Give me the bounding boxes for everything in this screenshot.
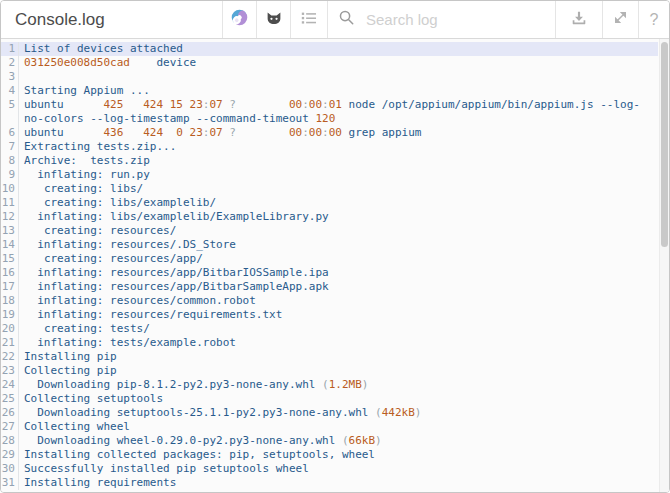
log-line: 4Starting Appium ... xyxy=(1,84,658,98)
download-button[interactable] xyxy=(555,1,602,38)
panel-title: Console.log xyxy=(1,1,222,38)
line-number: 22 xyxy=(1,350,19,364)
log-line-text: creating: libs/ xyxy=(19,182,658,196)
line-number: 17 xyxy=(1,280,19,294)
log-line: 22Installing pip xyxy=(1,350,658,364)
line-number: 13 xyxy=(1,224,19,238)
log-line-text: inflating: resources/common.robot xyxy=(19,294,658,308)
line-number: 6 xyxy=(1,126,19,140)
log-lines: 1List of devices attached2031250e008d50c… xyxy=(1,42,658,490)
log-line: 18 inflating: resources/common.robot xyxy=(1,294,658,308)
appium-filter-button[interactable] xyxy=(222,1,256,38)
log-list-button[interactable] xyxy=(290,1,327,38)
search-input[interactable] xyxy=(364,10,555,29)
log-line: 12 inflating: libs/examplelib/ExampleLib… xyxy=(1,210,658,224)
log-line: 5ubuntu 425 424 15 23:07 ? 00:00:01 node… xyxy=(1,98,658,126)
line-number: 25 xyxy=(1,392,19,406)
log-line-text: Collecting setuptools xyxy=(19,392,658,406)
log-line: 13 creating: resources/ xyxy=(1,224,658,238)
log-viewer[interactable]: 1List of devices attached2031250e008d50c… xyxy=(1,39,669,493)
log-line-text: creating: tests/ xyxy=(19,322,658,336)
log-line-text: Downloading pip-8.1.2-py2.py3-none-any.w… xyxy=(19,378,658,392)
log-line-text: ubuntu 436 424 0 23:07 ? 00:00:00 grep a… xyxy=(19,126,658,140)
log-line-text: Installing pip xyxy=(19,350,658,364)
log-line: 23Collecting pip xyxy=(1,364,658,378)
log-line: 19 inflating: resources/requirements.txt xyxy=(1,308,658,322)
log-line: 25Collecting setuptools xyxy=(1,392,658,406)
expand-button[interactable] xyxy=(602,1,638,38)
line-number: 23 xyxy=(1,364,19,378)
log-line: 8Archive: tests.zip xyxy=(1,154,658,168)
line-number: 15 xyxy=(1,252,19,266)
line-number: 12 xyxy=(1,210,19,224)
download-icon xyxy=(570,9,588,31)
log-line: 24 Downloading pip-8.1.2-py2.py3-none-an… xyxy=(1,378,658,392)
line-number: 4 xyxy=(1,84,19,98)
line-number: 8 xyxy=(1,154,19,168)
log-line-text: Collecting wheel xyxy=(19,420,658,434)
line-number: 31 xyxy=(1,476,19,490)
help-button[interactable]: ? xyxy=(638,1,669,38)
log-line: 21 inflating: tests/example.robot xyxy=(1,336,658,350)
log-line: 7Extracting tests.zip... xyxy=(1,140,658,154)
search-icon xyxy=(338,9,364,30)
line-number: 24 xyxy=(1,378,19,392)
log-line-text: inflating: resources/.DS_Store xyxy=(19,238,658,252)
log-line-text: Installing collected packages: pip, setu… xyxy=(19,448,658,462)
log-line: 20 creating: tests/ xyxy=(1,322,658,336)
log-line-text: creating: resources/app/ xyxy=(19,252,658,266)
log-line-text: creating: libs/examplelib/ xyxy=(19,196,658,210)
log-line: 10 creating: libs/ xyxy=(1,182,658,196)
logcat-filter-button[interactable] xyxy=(256,1,290,38)
expand-icon xyxy=(612,9,629,30)
log-line-text: Extracting tests.zip... xyxy=(19,140,658,154)
appium-icon xyxy=(231,9,248,30)
line-number: 3 xyxy=(1,70,19,84)
log-line-text: creating: resources/ xyxy=(19,224,658,238)
line-number: 20 xyxy=(1,322,19,336)
log-line-text: Installing requirements xyxy=(19,476,658,490)
log-line: 2031250e008d50cad device xyxy=(1,56,658,70)
log-line: 26 Downloading setuptools-25.1.1-py2.py3… xyxy=(1,406,658,420)
log-line-text: inflating: run.py xyxy=(19,168,658,182)
line-number: 28 xyxy=(1,434,19,448)
log-line: 3 xyxy=(1,70,658,84)
help-icon: ? xyxy=(650,11,659,29)
log-line: 11 creating: libs/examplelib/ xyxy=(1,196,658,210)
log-line-text: inflating: resources/requirements.txt xyxy=(19,308,658,322)
line-number: 29 xyxy=(1,448,19,462)
search xyxy=(327,1,555,38)
list-icon xyxy=(300,9,318,31)
log-line-text: List of devices attached xyxy=(19,42,658,56)
log-line: 17 inflating: resources/app/BitbarSample… xyxy=(1,280,658,294)
cat-icon xyxy=(265,9,283,31)
line-number: 30 xyxy=(1,462,19,476)
console-log-panel: Console.log xyxy=(0,0,670,493)
log-line: 29Installing collected packages: pip, se… xyxy=(1,448,658,462)
line-number: 26 xyxy=(1,406,19,420)
line-number: 19 xyxy=(1,308,19,322)
log-line: 9 inflating: run.py xyxy=(1,168,658,182)
log-line-text: 031250e008d50cad device xyxy=(19,56,658,70)
line-number: 10 xyxy=(1,182,19,196)
log-line: 15 creating: resources/app/ xyxy=(1,252,658,266)
line-number: 27 xyxy=(1,420,19,434)
log-line-text: Downloading setuptools-25.1.1-py2.py3-no… xyxy=(19,406,658,420)
log-line-text: inflating: tests/example.robot xyxy=(19,336,658,350)
line-number: 7 xyxy=(1,140,19,154)
scrollbar[interactable] xyxy=(659,39,669,493)
line-number: 9 xyxy=(1,168,19,182)
log-line-text: Archive: tests.zip xyxy=(19,154,658,168)
line-number: 21 xyxy=(1,336,19,350)
line-number: 2 xyxy=(1,56,19,70)
log-line-text: inflating: libs/examplelib/ExampleLibrar… xyxy=(19,210,658,224)
line-number: 18 xyxy=(1,294,19,308)
log-line-text: Collecting pip xyxy=(19,364,658,378)
log-line-text: Starting Appium ... xyxy=(19,84,658,98)
line-number: 11 xyxy=(1,196,19,210)
log-line: 14 inflating: resources/.DS_Store xyxy=(1,238,658,252)
header: Console.log xyxy=(1,1,669,39)
log-line-text: inflating: resources/app/BitbarIOSSample… xyxy=(19,266,658,280)
scrollbar-thumb[interactable] xyxy=(661,42,668,247)
log-line: 30Successfully installed pip setuptools … xyxy=(1,462,658,476)
